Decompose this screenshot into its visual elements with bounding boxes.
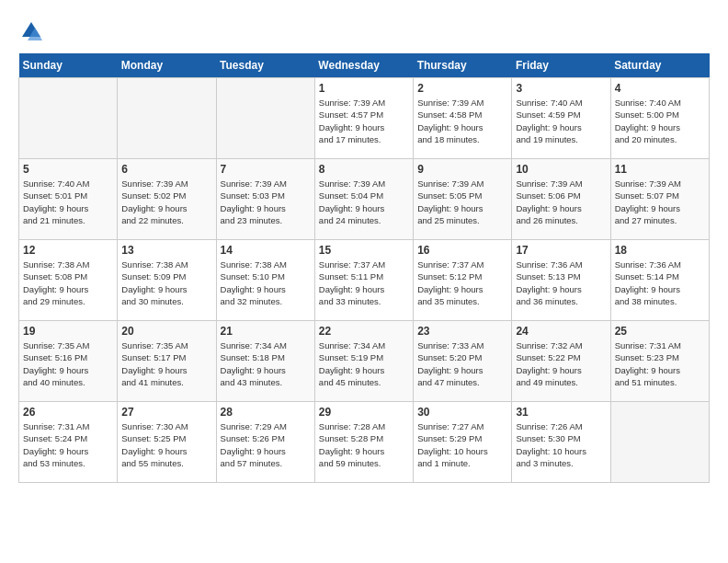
day-number: 6 (121, 163, 211, 176)
calendar-header: SundayMondayTuesdayWednesdayThursdayFrid… (19, 53, 710, 78)
day-info: Sunrise: 7:40 AM Sunset: 5:00 PM Dayligh… (615, 97, 705, 145)
day-info: Sunrise: 7:38 AM Sunset: 5:09 PM Dayligh… (121, 259, 211, 307)
calendar-cell: 11Sunrise: 7:39 AM Sunset: 5:07 PM Dayli… (610, 159, 709, 240)
day-number: 13 (121, 244, 211, 257)
day-info: Sunrise: 7:39 AM Sunset: 5:04 PM Dayligh… (319, 178, 409, 226)
day-number: 21 (221, 325, 311, 338)
calendar-cell: 4Sunrise: 7:40 AM Sunset: 5:00 PM Daylig… (610, 78, 709, 159)
day-number: 27 (121, 406, 211, 419)
day-info: Sunrise: 7:33 AM Sunset: 5:20 PM Dayligh… (417, 339, 507, 388)
day-info: Sunrise: 7:34 AM Sunset: 5:18 PM Dayligh… (221, 339, 311, 388)
calendar-cell: 25Sunrise: 7:31 AM Sunset: 5:23 PM Dayli… (610, 321, 709, 402)
day-info: Sunrise: 7:39 AM Sunset: 5:02 PM Dayligh… (121, 178, 211, 226)
calendar-cell: 22Sunrise: 7:34 AM Sunset: 5:19 PM Dayli… (314, 321, 413, 402)
day-number: 9 (417, 163, 507, 176)
day-info: Sunrise: 7:30 AM Sunset: 5:25 PM Dayligh… (121, 420, 211, 469)
calendar-week-1: 1Sunrise: 7:39 AM Sunset: 4:57 PM Daylig… (19, 78, 710, 159)
day-info: Sunrise: 7:39 AM Sunset: 4:57 PM Dayligh… (319, 97, 409, 145)
day-info: Sunrise: 7:37 AM Sunset: 5:12 PM Dayligh… (417, 259, 507, 307)
calendar-cell: 31Sunrise: 7:26 AM Sunset: 5:30 PM Dayli… (512, 402, 610, 483)
day-info: Sunrise: 7:32 AM Sunset: 5:22 PM Dayligh… (516, 339, 606, 388)
day-number: 15 (319, 244, 409, 257)
calendar-cell: 13Sunrise: 7:38 AM Sunset: 5:09 PM Dayli… (118, 240, 216, 321)
weekday-header-thursday: Thursday (414, 53, 512, 78)
day-info: Sunrise: 7:36 AM Sunset: 5:13 PM Dayligh… (516, 259, 606, 307)
page-header (18, 18, 710, 44)
day-info: Sunrise: 7:31 AM Sunset: 5:23 PM Dayligh… (615, 339, 705, 388)
weekday-header-sunday: Sunday (19, 53, 118, 78)
calendar-table: SundayMondayTuesdayWednesdayThursdayFrid… (18, 53, 710, 483)
calendar-cell: 17Sunrise: 7:36 AM Sunset: 5:13 PM Dayli… (512, 240, 610, 321)
calendar-cell: 5Sunrise: 7:40 AM Sunset: 5:01 PM Daylig… (19, 159, 118, 240)
calendar-cell: 3Sunrise: 7:40 AM Sunset: 4:59 PM Daylig… (512, 78, 610, 159)
day-info: Sunrise: 7:36 AM Sunset: 5:14 PM Dayligh… (615, 259, 705, 307)
weekday-header-friday: Friday (512, 53, 610, 78)
day-number: 10 (516, 163, 606, 176)
day-info: Sunrise: 7:39 AM Sunset: 5:07 PM Dayligh… (615, 178, 705, 226)
day-number: 28 (221, 406, 311, 419)
calendar-cell (19, 78, 118, 159)
day-info: Sunrise: 7:40 AM Sunset: 5:01 PM Dayligh… (23, 178, 113, 226)
day-number: 22 (319, 325, 409, 338)
calendar-cell: 2Sunrise: 7:39 AM Sunset: 4:58 PM Daylig… (414, 78, 512, 159)
day-number: 12 (23, 244, 113, 257)
calendar-cell: 20Sunrise: 7:35 AM Sunset: 5:17 PM Dayli… (118, 321, 216, 402)
day-number: 20 (121, 325, 211, 338)
day-number: 25 (615, 325, 705, 338)
weekday-header-tuesday: Tuesday (216, 53, 314, 78)
calendar-cell: 19Sunrise: 7:35 AM Sunset: 5:16 PM Dayli… (19, 321, 118, 402)
calendar-cell: 7Sunrise: 7:39 AM Sunset: 5:03 PM Daylig… (216, 159, 314, 240)
calendar-cell: 18Sunrise: 7:36 AM Sunset: 5:14 PM Dayli… (610, 240, 709, 321)
calendar-cell (216, 78, 314, 159)
day-info: Sunrise: 7:39 AM Sunset: 5:06 PM Dayligh… (516, 178, 606, 226)
calendar-cell: 8Sunrise: 7:39 AM Sunset: 5:04 PM Daylig… (314, 159, 413, 240)
day-number: 8 (319, 163, 409, 176)
day-info: Sunrise: 7:39 AM Sunset: 5:03 PM Dayligh… (221, 178, 311, 226)
day-number: 14 (221, 244, 311, 257)
day-info: Sunrise: 7:29 AM Sunset: 5:26 PM Dayligh… (221, 420, 311, 469)
logo-icon (18, 18, 44, 44)
day-info: Sunrise: 7:35 AM Sunset: 5:16 PM Dayligh… (23, 339, 113, 388)
calendar-cell: 6Sunrise: 7:39 AM Sunset: 5:02 PM Daylig… (118, 159, 216, 240)
calendar-cell: 23Sunrise: 7:33 AM Sunset: 5:20 PM Dayli… (414, 321, 512, 402)
day-number: 2 (417, 82, 507, 95)
calendar-cell: 16Sunrise: 7:37 AM Sunset: 5:12 PM Dayli… (414, 240, 512, 321)
day-info: Sunrise: 7:34 AM Sunset: 5:19 PM Dayligh… (319, 339, 409, 388)
calendar-cell (118, 78, 216, 159)
day-number: 19 (23, 325, 113, 338)
calendar-cell: 30Sunrise: 7:27 AM Sunset: 5:29 PM Dayli… (414, 402, 512, 483)
calendar-cell: 24Sunrise: 7:32 AM Sunset: 5:22 PM Dayli… (512, 321, 610, 402)
weekday-header-monday: Monday (118, 53, 216, 78)
day-number: 16 (417, 244, 507, 257)
logo (18, 18, 48, 44)
calendar-week-2: 5Sunrise: 7:40 AM Sunset: 5:01 PM Daylig… (19, 159, 710, 240)
calendar-week-5: 26Sunrise: 7:31 AM Sunset: 5:24 PM Dayli… (19, 402, 710, 483)
day-info: Sunrise: 7:39 AM Sunset: 4:58 PM Dayligh… (417, 97, 507, 145)
calendar-cell: 9Sunrise: 7:39 AM Sunset: 5:05 PM Daylig… (414, 159, 512, 240)
day-info: Sunrise: 7:35 AM Sunset: 5:17 PM Dayligh… (121, 339, 211, 388)
day-number: 5 (23, 163, 113, 176)
calendar-week-4: 19Sunrise: 7:35 AM Sunset: 5:16 PM Dayli… (19, 321, 710, 402)
calendar-body: 1Sunrise: 7:39 AM Sunset: 4:57 PM Daylig… (19, 78, 710, 483)
weekday-header-row: SundayMondayTuesdayWednesdayThursdayFrid… (19, 53, 710, 78)
day-number: 7 (221, 163, 311, 176)
day-number: 17 (516, 244, 606, 257)
day-info: Sunrise: 7:38 AM Sunset: 5:10 PM Dayligh… (221, 259, 311, 307)
day-number: 29 (319, 406, 409, 419)
weekday-header-saturday: Saturday (610, 53, 709, 78)
day-info: Sunrise: 7:40 AM Sunset: 4:59 PM Dayligh… (516, 97, 606, 145)
day-info: Sunrise: 7:39 AM Sunset: 5:05 PM Dayligh… (417, 178, 507, 226)
day-info: Sunrise: 7:38 AM Sunset: 5:08 PM Dayligh… (23, 259, 113, 307)
calendar-cell (610, 402, 709, 483)
calendar-cell: 15Sunrise: 7:37 AM Sunset: 5:11 PM Dayli… (314, 240, 413, 321)
calendar-cell: 1Sunrise: 7:39 AM Sunset: 4:57 PM Daylig… (314, 78, 413, 159)
calendar-cell: 10Sunrise: 7:39 AM Sunset: 5:06 PM Dayli… (512, 159, 610, 240)
day-number: 31 (516, 406, 606, 419)
day-info: Sunrise: 7:26 AM Sunset: 5:30 PM Dayligh… (516, 420, 606, 469)
day-info: Sunrise: 7:28 AM Sunset: 5:28 PM Dayligh… (319, 420, 409, 469)
calendar-cell: 27Sunrise: 7:30 AM Sunset: 5:25 PM Dayli… (118, 402, 216, 483)
calendar-cell: 26Sunrise: 7:31 AM Sunset: 5:24 PM Dayli… (19, 402, 118, 483)
day-number: 23 (417, 325, 507, 338)
weekday-header-wednesday: Wednesday (314, 53, 413, 78)
day-number: 1 (319, 82, 409, 95)
